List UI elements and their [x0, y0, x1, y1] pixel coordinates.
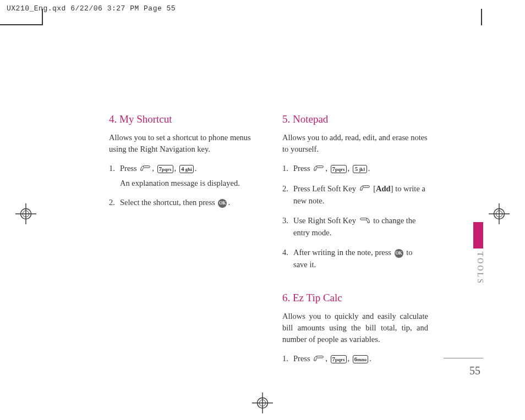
side-section-label: TOOLS: [475, 252, 484, 285]
registration-mark-icon: [15, 203, 36, 226]
registration-mark-icon: [489, 203, 510, 226]
steps-list: 1. Press , 77pqrspqrs, 4 ghi. An explana…: [109, 163, 255, 209]
crop-mark: [42, 9, 43, 25]
section-heading-ez-tip-calc: 6. Ez Tip Calc: [282, 292, 428, 304]
step-item: 2. Select the shortcut, then press OK.: [109, 197, 255, 209]
step-item: 3. Use Right Soft Key to change the entr…: [282, 215, 428, 239]
right-column: 5. Notepad Allows you to add, read, edit…: [282, 113, 428, 373]
document-header: UX210_Eng.qxd 6/22/06 3:27 PM Page 55: [0, 0, 525, 17]
key-4-icon: 4 ghi: [179, 165, 194, 173]
svg-point-12: [143, 166, 144, 167]
page-body: 4. My Shortcut Allows you to set a short…: [43, 25, 483, 404]
key-7-icon: 77pqrspqrs: [157, 165, 173, 173]
step-item: 4. After writing in the note, press OK t…: [282, 247, 428, 271]
key-7-icon: 7pqrs: [331, 355, 347, 363]
left-softkey-icon: [313, 353, 324, 366]
step-subtext: An explanation message is displayed.: [120, 178, 255, 190]
key-5-icon: 5 jkl: [353, 165, 367, 173]
svg-point-14: [362, 186, 363, 187]
section-desc: Allows you to add, read, edit, and erase…: [282, 132, 428, 155]
left-column: 4. My Shortcut Allows you to set a short…: [109, 113, 255, 373]
svg-point-16: [316, 356, 318, 357]
svg-point-13: [316, 166, 318, 167]
section-desc: Allows you to set a shortcut to phone me…: [109, 132, 255, 155]
section-ez-tip-calc: 6. Ez Tip Calc Allows you to quickly and…: [282, 292, 428, 366]
key-7-icon: 7pqrs: [331, 165, 347, 173]
page-number-rule: [444, 358, 483, 358]
steps-list: 1. Press , 7pqrs, 6mno.: [282, 353, 428, 366]
svg-point-15: [366, 218, 367, 219]
steps-list: 1. Press , 7pqrs, 5 jkl. 2. Press Left S…: [282, 163, 428, 271]
step-item: 1. Press , 77pqrspqrs, 4 ghi. An explana…: [109, 163, 255, 189]
content-columns: 4. My Shortcut Allows you to set a short…: [109, 113, 428, 373]
page-number: 55: [469, 364, 480, 377]
step-item: 1. Press , 7pqrs, 6mno.: [282, 353, 428, 366]
left-softkey-icon: [313, 163, 324, 175]
key-6-icon: 6mno: [353, 355, 369, 363]
ok-button-icon: OK: [218, 199, 227, 208]
side-tab-marker: [473, 222, 483, 248]
section-heading-notepad: 5. Notepad: [282, 113, 428, 125]
section-heading-my-shortcut: 4. My Shortcut: [109, 113, 255, 125]
section-desc: Allows you to quickly and easily calcula…: [282, 311, 428, 345]
right-softkey-icon: [359, 215, 370, 228]
crop-mark: [481, 9, 482, 25]
crop-mark: [0, 24, 42, 25]
left-softkey-icon: [140, 163, 151, 175]
ok-button-icon: OK: [395, 249, 403, 258]
left-softkey-icon: [359, 183, 370, 195]
step-item: 1. Press , 7pqrs, 5 jkl.: [282, 163, 428, 175]
step-item: 2. Press Left Soft Key [Add] to write a …: [282, 183, 428, 207]
